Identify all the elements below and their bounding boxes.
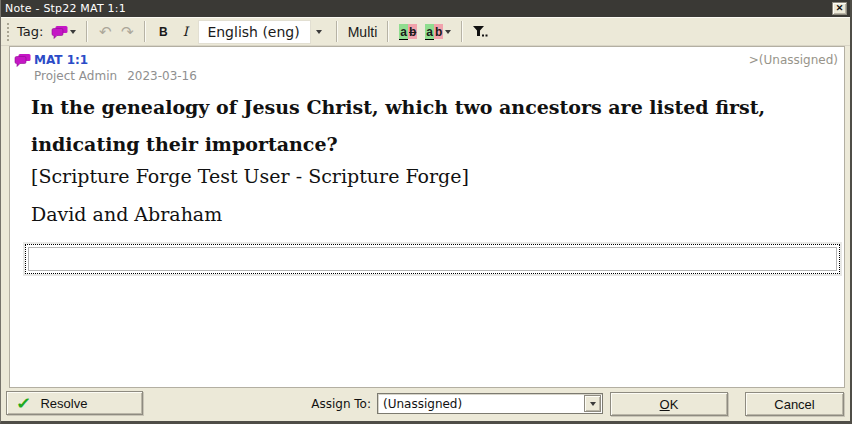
assign-to-value: (Unassigned) <box>378 397 584 411</box>
remove-highlight-button[interactable]: ab <box>395 20 421 44</box>
reply-box <box>23 242 842 276</box>
note-answer: David and Abraham <box>31 203 222 225</box>
note-date: 2023-03-16 <box>127 69 197 83</box>
undo-icon: ↶ <box>99 24 112 39</box>
note-window: Note - Stp22 MAT 1:1 ✕ Tag: ↶ ↷ B I Engl… <box>0 0 852 424</box>
close-icon: ✕ <box>836 3 844 13</box>
chevron-down-icon <box>590 402 596 406</box>
note-header: MAT 1:1 >(Unassigned) <box>13 53 838 67</box>
note-assignee: >(Unassigned) <box>749 53 838 67</box>
reply-input[interactable] <box>28 247 837 271</box>
note-panel: MAT 1:1 >(Unassigned) Project Admin2023-… <box>9 46 845 388</box>
footer-bar: ✓ Resolve Assign To: (Unassigned) OK Can… <box>1 388 850 421</box>
toolbar-separator <box>86 21 88 42</box>
resolve-label: Resolve <box>40 396 87 411</box>
note-question: In the genealogy of Jesus Christ, which … <box>31 89 837 163</box>
tag-button[interactable] <box>47 20 80 44</box>
highlight-icon: ab <box>425 26 443 38</box>
toolbar-separator <box>336 21 338 42</box>
bold-button[interactable]: B <box>152 20 174 44</box>
ok-button[interactable]: OK <box>610 392 728 416</box>
redo-button[interactable]: ↷ <box>116 20 138 44</box>
note-author: Project Admin <box>34 69 117 83</box>
comment-tag-icon <box>51 25 68 39</box>
reply-focus-ring <box>25 244 840 274</box>
assign-dropdown-button[interactable] <box>584 395 601 412</box>
ok-label: OK <box>660 397 679 412</box>
chevron-down-icon <box>316 30 322 34</box>
toolbar-separator <box>144 21 146 42</box>
close-button[interactable]: ✕ <box>832 2 847 15</box>
check-icon: ✓ <box>16 394 32 413</box>
window-title: Note - Stp22 MAT 1:1 <box>5 2 832 15</box>
italic-button[interactable]: I <box>174 20 196 44</box>
note-meta: Project Admin2023-03-16 <box>34 69 197 83</box>
note-reference: MAT 1:1 <box>34 53 88 67</box>
titlebar[interactable]: Note - Stp22 MAT 1:1 ✕ <box>1 0 850 17</box>
highlight-button[interactable]: ab <box>421 20 455 44</box>
tag-label: Tag: <box>17 24 43 39</box>
undo-button[interactable]: ↶ <box>94 20 116 44</box>
note-attribution: [Scripture Forge Test User - Scripture F… <box>31 165 469 187</box>
redo-icon: ↷ <box>121 24 134 39</box>
toolbar: Tag: ↶ ↷ B I English (eng) Multi ab <box>1 17 850 46</box>
resolve-button[interactable]: ✓ Resolve <box>6 391 143 415</box>
toolbar-grip[interactable] <box>7 23 9 41</box>
filter-button[interactable] <box>469 20 493 44</box>
filter-icon <box>473 26 489 38</box>
cancel-button[interactable]: Cancel <box>745 392 844 416</box>
chevron-down-icon <box>70 30 76 34</box>
language-combobox[interactable]: English (eng) <box>198 20 327 44</box>
assign-to-label: Assign To: <box>301 397 371 411</box>
language-dropdown-button[interactable] <box>311 20 328 44</box>
chevron-down-icon <box>445 30 451 34</box>
highlight-strike-icon: ab <box>399 26 417 38</box>
toolbar-separator <box>461 21 463 42</box>
note-comment-icon <box>14 53 31 67</box>
language-value[interactable]: English (eng) <box>198 20 310 44</box>
assign-to-dropdown[interactable]: (Unassigned) <box>377 393 603 414</box>
multi-button[interactable]: Multi <box>344 20 382 44</box>
toolbar-separator <box>387 21 389 42</box>
